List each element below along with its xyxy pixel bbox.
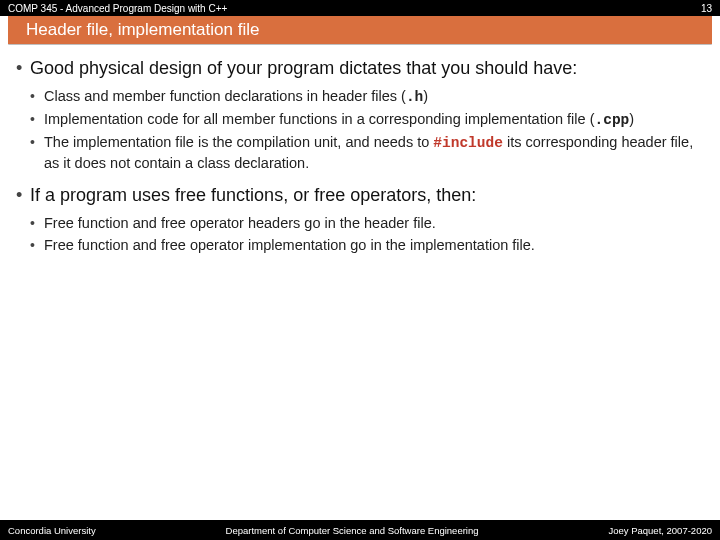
bullet-icon: •: [30, 109, 44, 130]
bullet-text: Free function and free operator headers …: [44, 213, 436, 233]
top-bar: COMP 345 - Advanced Program Design with …: [0, 0, 720, 16]
course-label: COMP 345 - Advanced Program Design with …: [8, 3, 227, 14]
bullet-icon: •: [30, 235, 44, 255]
bullet-text: Implementation code for all member funct…: [44, 109, 634, 130]
bullet-icon: •: [16, 56, 30, 80]
footer-center: Department of Computer Science and Softw…: [226, 525, 479, 536]
bullet-text: Class and member function declarations i…: [44, 86, 428, 107]
footer-bar: Concordia University Department of Compu…: [0, 520, 720, 540]
bullet-icon: •: [30, 132, 44, 173]
slide-body: • Good physical design of your program d…: [0, 46, 720, 255]
footer-right: Joey Paquet, 2007-2020: [608, 525, 712, 536]
bullet-text: Free function and free operator implemen…: [44, 235, 535, 255]
bullet-text: Good physical design of your program dic…: [30, 56, 577, 80]
footer-left: Concordia University: [8, 525, 96, 536]
bullet-icon: •: [16, 183, 30, 207]
bullet-text: If a program uses free functions, or fre…: [30, 183, 476, 207]
subtitle-bar: Header file, implementation file: [0, 16, 720, 46]
slide-number: 13: [701, 3, 712, 14]
bullet-icon: •: [30, 213, 44, 233]
bullet-text: The implementation file is the compilati…: [44, 132, 704, 173]
subtitle-text: Header file, implementation file: [8, 16, 712, 44]
bullet-icon: •: [30, 86, 44, 107]
